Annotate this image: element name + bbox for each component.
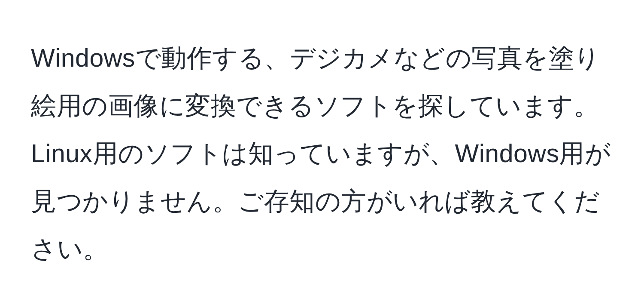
document-container: Windowsで動作する、デジカメなどの写真を塗り絵用の画像に変換できるソフトを… <box>0 0 644 301</box>
body-paragraph: Windowsで動作する、デジカメなどの写真を塗り絵用の画像に変換できるソフトを… <box>31 34 613 273</box>
